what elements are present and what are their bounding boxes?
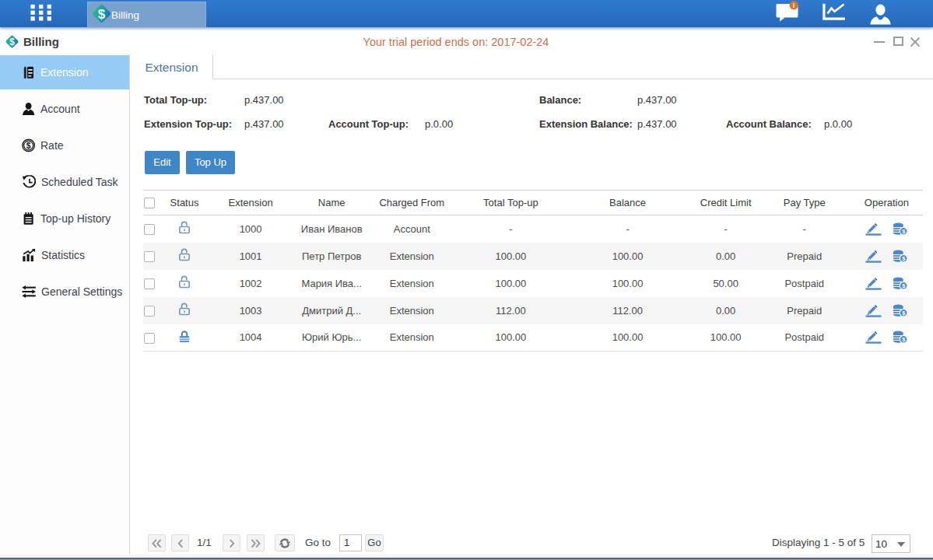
svg-text:!: ! bbox=[793, 1, 795, 9]
svg-text:$: $ bbox=[98, 6, 106, 21]
svg-text:$: $ bbox=[26, 142, 31, 150]
